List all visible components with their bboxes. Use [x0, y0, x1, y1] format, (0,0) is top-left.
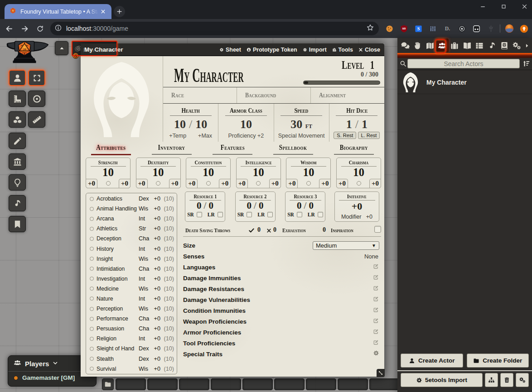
edit-icon[interactable] [372, 296, 379, 304]
skill-name[interactable]: Acrobatics [97, 196, 139, 202]
skill-proficiency-toggle[interactable] [90, 277, 94, 281]
initiative-value[interactable]: +0 [335, 201, 379, 212]
initiative-box[interactable]: Initiative +0 Modifier +0 [334, 191, 379, 222]
sheet-tab-attributes[interactable]: Attributes [81, 142, 141, 157]
skill-name[interactable]: Performance [97, 316, 139, 322]
sidebar-tab-settings[interactable] [511, 38, 523, 53]
header-sheet-button[interactable]: Sheet [219, 47, 241, 53]
skill-name[interactable]: Survival [97, 366, 139, 372]
sheet-tab-biography[interactable]: Biography [324, 142, 384, 157]
ability-modifier[interactable]: +0 [86, 179, 97, 188]
create-folder-button[interactable]: Create Folder [467, 354, 529, 368]
skill-name[interactable]: Persuasion [97, 325, 139, 332]
skill-proficiency-toggle[interactable] [90, 317, 94, 321]
forward-button[interactable] [18, 22, 31, 35]
skill-proficiency-toggle[interactable] [90, 337, 94, 341]
scene-nav-collapse-button[interactable] [55, 41, 68, 55]
actor-item[interactable]: My Character [397, 71, 532, 94]
d-extension-icon[interactable]: D. [440, 22, 455, 35]
exhaustion-value[interactable]: 0 [323, 226, 326, 234]
macro-slot[interactable] [211, 378, 241, 390]
long-rest-checkbox[interactable] [318, 212, 323, 217]
macro-slot[interactable] [116, 378, 146, 390]
death-success-icon[interactable] [248, 227, 255, 235]
header-import-button[interactable]: Import [303, 47, 327, 53]
resource-label[interactable]: Resource 1 [193, 193, 217, 200]
sitemap-button[interactable] [485, 373, 498, 387]
skill-athletics[interactable]: Athletics Str +0 (10) [86, 224, 177, 234]
ability-name[interactable]: Charisma [349, 159, 368, 166]
health-value[interactable]: 10/10 [163, 119, 218, 130]
lighting-tool-button[interactable] [9, 174, 26, 191]
mask-extension-icon[interactable] [469, 22, 484, 35]
s-blue-extension-icon[interactable]: S [411, 22, 426, 35]
window-header[interactable]: New Scene My Character SheetPrototype To… [81, 43, 384, 56]
skill-proficiency-toggle[interactable] [90, 257, 94, 261]
sidebar-tab-scenes[interactable] [424, 38, 436, 53]
skill-name[interactable]: Investigation [97, 276, 139, 282]
armor-class-stat[interactable]: Armor Class 10 Proficiency +2 [218, 104, 274, 142]
health-foot[interactable]: +Temp+Max [163, 133, 218, 139]
reload-button[interactable] [34, 22, 46, 35]
search-actors-input[interactable]: Search Actors [407, 59, 520, 68]
window-resize-handle[interactable] [377, 369, 385, 377]
5etools-import-button[interactable]: 5etools Import [401, 373, 483, 387]
skill-name[interactable]: Arcana [97, 215, 139, 222]
foundry-anvil-logo[interactable]: 20 [6, 41, 48, 63]
ability-save[interactable]: +0 [319, 179, 331, 188]
skill-proficiency-toggle[interactable] [90, 347, 94, 351]
race-field[interactable]: Race [163, 87, 237, 103]
resource-values[interactable]: 0/0 [236, 201, 275, 211]
claw-extension-icon[interactable] [484, 22, 498, 35]
hit-dice-stat[interactable]: Hit Dice 1/1 S. RestL. Rest [329, 104, 384, 142]
inspiration-checkbox[interactable] [374, 226, 381, 233]
ability-score[interactable]: 10 [136, 167, 180, 178]
skill-proficiency-toggle[interactable] [90, 357, 94, 361]
skill-name[interactable]: Sleight of Hand [97, 345, 139, 352]
ability-modifier[interactable]: +0 [136, 179, 148, 188]
profile-avatar-icon[interactable] [502, 22, 517, 35]
skill-proficiency-toggle[interactable] [90, 237, 94, 241]
resource-3-box[interactable]: Resource 3 0/0 SR LR [285, 191, 325, 222]
target-tool-button[interactable] [28, 91, 45, 107]
skill-proficiency-toggle[interactable] [90, 296, 94, 301]
sidebar-tab-playlists[interactable] [486, 38, 498, 53]
l-rest-button[interactable]: L. Rest [358, 132, 380, 139]
resource-1-box[interactable]: Resource 1 0/0 SR LR [185, 191, 225, 222]
ability-save-proficiency-toggle[interactable] [256, 181, 261, 186]
skill-animal-handling[interactable]: Animal Handling Wis +0 (10) [86, 204, 177, 214]
ability-score[interactable]: 10 [286, 167, 330, 178]
ability-save-proficiency-toggle[interactable] [306, 181, 311, 186]
ability-intelligence[interactable]: Intelligence 10 +0 +0 [236, 158, 281, 188]
sidebar-tab-combat[interactable] [411, 38, 423, 53]
ability-save-proficiency-toggle[interactable] [106, 181, 111, 186]
skill-name[interactable]: Religion [97, 335, 139, 342]
skill-persuasion[interactable]: Persuasion Cha +0 (10) [86, 324, 177, 334]
skill-nature[interactable]: Nature Int +0 (10) [86, 294, 177, 304]
edit-icon[interactable] [372, 274, 379, 282]
edit-icon[interactable] [372, 285, 379, 293]
sort-icon[interactable] [522, 60, 530, 69]
actor-name[interactable]: My Character [426, 79, 467, 86]
long-rest-checkbox[interactable] [267, 212, 273, 217]
ability-modifier[interactable]: +0 [236, 179, 248, 188]
hit-dice-value[interactable]: 1/1 [329, 119, 384, 130]
speed-value[interactable]: 30 ft [274, 119, 329, 130]
gear-icon[interactable] [372, 350, 379, 358]
speed-stat[interactable]: Speed 30 ft Special Movement [274, 104, 329, 142]
macro-slot[interactable] [179, 378, 209, 390]
skill-proficiency-toggle[interactable] [90, 267, 94, 271]
edit-icon[interactable] [372, 306, 379, 315]
ability-save[interactable]: +0 [369, 179, 381, 188]
browser-tab[interactable]: Foundry Virtual Tabletop • A Stan [5, 4, 111, 19]
ability-save[interactable]: +0 [269, 179, 281, 188]
skill-stealth[interactable]: Stealth Dex +0 (10) [86, 354, 177, 364]
ability-save[interactable]: +0 [169, 179, 181, 188]
resource-2-box[interactable]: Resource 2 0/0 SR LR [235, 191, 276, 222]
health-stat[interactable]: Health 10/10 +Temp+Max [163, 104, 218, 142]
skill-name[interactable]: Deception [97, 235, 139, 242]
notes-tool-button[interactable] [9, 216, 26, 232]
sidebar-tab-items[interactable] [449, 38, 461, 53]
skill-name[interactable]: Animal Handling [97, 206, 139, 212]
short-rest-checkbox[interactable] [247, 212, 252, 217]
